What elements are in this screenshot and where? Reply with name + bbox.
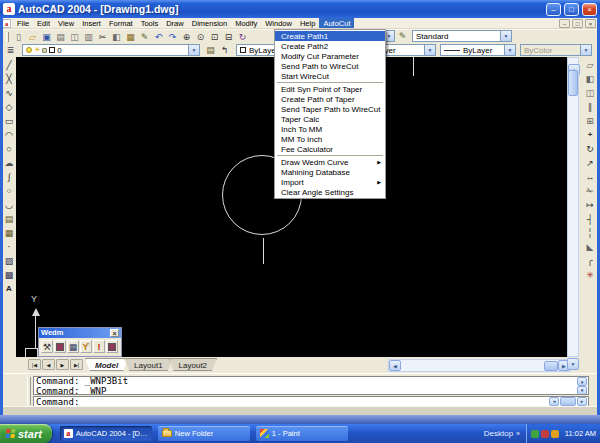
menu-item-edit-syn-point-of-taper[interactable]: Edit Syn Point of Taper bbox=[275, 84, 385, 94]
menu-item-mm-to-inch[interactable]: MM To Inch bbox=[275, 134, 385, 144]
sun-icon[interactable]: ☀ bbox=[34, 46, 40, 54]
menu-item-draw-wedm-curve[interactable]: Draw Wedm Curve▶ bbox=[275, 157, 385, 167]
menu-edit[interactable]: Edit bbox=[33, 18, 54, 28]
toolbar-grip[interactable] bbox=[6, 32, 9, 42]
chamfer-icon[interactable]: ◣ bbox=[584, 240, 597, 253]
copy-object-icon[interactable]: ◧ bbox=[584, 72, 597, 85]
menu-draw[interactable]: Draw bbox=[162, 18, 188, 28]
menu-item-send-path-to-wirecut[interactable]: Send Path to WireCut bbox=[275, 61, 385, 71]
make-layer-current-icon[interactable]: ↰ bbox=[218, 44, 231, 56]
open-icon[interactable]: ▱ bbox=[26, 31, 39, 43]
menu-item-send-taper-path-to-wirecut[interactable]: Send Taper Path to WireCut bbox=[275, 104, 385, 114]
command-history-scrollbar[interactable]: ▲ ▼ bbox=[577, 377, 588, 394]
menu-insert[interactable]: Insert bbox=[78, 18, 105, 28]
zoom-window-icon[interactable]: ⊡ bbox=[208, 31, 221, 43]
bulb-icon[interactable] bbox=[26, 47, 32, 53]
break-icon[interactable]: ╎ bbox=[584, 226, 597, 239]
point-icon[interactable]: · bbox=[3, 240, 16, 253]
menu-item-fee-calculator[interactable]: Fee Calculator bbox=[275, 144, 385, 154]
preview-screen-icon[interactable]: ▦ bbox=[67, 340, 79, 353]
circle-icon[interactable]: ○ bbox=[3, 142, 16, 155]
lineweight-combo[interactable]: ByLayer ▼ bbox=[440, 44, 516, 56]
combo-arrow-icon[interactable]: ▼ bbox=[424, 45, 435, 55]
match-properties-icon[interactable]: ✎ bbox=[138, 31, 151, 43]
menu-item-create-path1[interactable]: Create Path1 bbox=[275, 31, 385, 41]
offset-icon[interactable]: ∥ bbox=[584, 100, 597, 113]
revision-cloud-icon[interactable]: ☁ bbox=[3, 156, 16, 169]
scroll-left-button[interactable]: ◀ bbox=[389, 360, 401, 371]
desktop-toolbar[interactable]: Desktop » bbox=[484, 424, 520, 443]
mdi-minimize-button[interactable]: – bbox=[559, 19, 570, 28]
menu-item-import[interactable]: Import▶ bbox=[275, 177, 385, 187]
array-icon[interactable]: ⊞ bbox=[584, 114, 597, 127]
drawn-line-top[interactable] bbox=[413, 57, 414, 76]
alert-icon[interactable]: ! bbox=[93, 340, 105, 353]
command-scroll-down-button[interactable]: ▼ bbox=[577, 386, 587, 395]
start-button[interactable]: start bbox=[0, 424, 52, 443]
undo-icon[interactable]: ↶ bbox=[152, 31, 165, 43]
command-scroll-right-button[interactable]: ▶ bbox=[577, 397, 587, 406]
insert-block-icon[interactable]: ▤ bbox=[3, 212, 16, 225]
line-icon[interactable]: ╱ bbox=[3, 58, 16, 71]
swatch-2-icon[interactable] bbox=[106, 340, 118, 353]
layer-properties-icon[interactable]: ▤ bbox=[204, 44, 217, 56]
multiline-text-icon[interactable]: A bbox=[3, 282, 16, 295]
combo-arrow-icon[interactable]: ▼ bbox=[504, 45, 515, 55]
arc-icon[interactable]: ◠ bbox=[3, 128, 16, 141]
rotate-icon[interactable]: ↻ bbox=[584, 142, 597, 155]
region-icon[interactable]: ▩ bbox=[3, 268, 16, 281]
make-block-icon[interactable]: ▦ bbox=[3, 226, 16, 239]
ellipse-icon[interactable]: ○ bbox=[3, 186, 16, 195]
taskbar-task-1-paint[interactable]: 1 - Paint bbox=[256, 426, 348, 441]
extend-icon[interactable]: ↦ bbox=[584, 198, 597, 211]
menu-item-clear-angle-settings[interactable]: Clear Angle Settings bbox=[275, 187, 385, 197]
figure-icon[interactable]: ϒ bbox=[80, 340, 92, 353]
drawn-line-bottom[interactable] bbox=[263, 238, 264, 264]
break-at-point-icon[interactable]: ┤ bbox=[584, 212, 597, 225]
menu-item-start-wirecut[interactable]: Start WireCut bbox=[275, 71, 385, 81]
style-combo[interactable]: Standard ▼ bbox=[412, 30, 512, 42]
construction-line-icon[interactable]: ╳ bbox=[3, 72, 16, 85]
move-icon[interactable]: + bbox=[584, 128, 597, 141]
save-icon[interactable]: ▣ bbox=[40, 31, 53, 43]
horizontal-scroll-thumb[interactable] bbox=[544, 361, 558, 371]
zoom-previous-icon[interactable]: ⊟ bbox=[222, 31, 235, 43]
vertical-scrollbar[interactable]: ▲ bbox=[567, 57, 579, 357]
menu-window[interactable]: Window bbox=[261, 18, 296, 28]
taskbar-task-new-folder[interactable]: New Folder bbox=[158, 426, 250, 441]
menu-item-create-path-of-taper[interactable]: Create Path of Taper bbox=[275, 94, 385, 104]
tab-layout2[interactable]: Layout2 bbox=[169, 358, 217, 371]
command-history[interactable]: Command: _WNP3BitCommand: _WNP ▲ ▼ bbox=[33, 376, 589, 395]
scroll-down-button[interactable]: ▼ bbox=[567, 358, 579, 370]
command-scroll-left-button[interactable]: ◀ bbox=[549, 397, 559, 406]
mdi-restore-button[interactable]: □ bbox=[572, 19, 583, 28]
plot-icon[interactable]: ▤ bbox=[54, 31, 67, 43]
tab-prev-button[interactable]: ◀ bbox=[42, 359, 55, 370]
tab-first-button[interactable]: |◀ bbox=[28, 359, 41, 370]
maximize-button[interactable]: □ bbox=[564, 3, 579, 16]
text-style-icon[interactable]: ✎ bbox=[396, 30, 409, 42]
combo-arrow-icon[interactable]: ▼ bbox=[500, 31, 511, 41]
menu-view[interactable]: View bbox=[54, 18, 78, 28]
menu-autocut[interactable]: AutoCut bbox=[319, 18, 354, 28]
tab-last-button[interactable]: ▶| bbox=[70, 359, 83, 370]
rectangle-icon[interactable]: ▭ bbox=[3, 114, 16, 127]
menu-modify[interactable]: Modify bbox=[231, 18, 261, 28]
menu-item-inch-to-mm[interactable]: Inch To MM bbox=[275, 124, 385, 134]
redraw-icon[interactable]: ↻ bbox=[236, 31, 249, 43]
erase-icon[interactable]: ▱ bbox=[584, 58, 597, 71]
tab-layout1[interactable]: Layout1 bbox=[124, 358, 172, 371]
menu-dimension[interactable]: Dimension bbox=[188, 18, 231, 28]
taskbar-task-autocad-2004-dra[interactable]: aAutoCAD 2004 - [Dra... bbox=[60, 426, 152, 441]
stretch-icon[interactable]: ↔ bbox=[584, 170, 597, 183]
menu-format[interactable]: Format bbox=[105, 18, 137, 28]
command-scroll-up-button[interactable]: ▲ bbox=[577, 377, 587, 386]
publish-icon[interactable]: ▥ bbox=[82, 31, 95, 43]
layer-manager-icon[interactable]: ≣ bbox=[4, 44, 17, 56]
menu-file[interactable]: File bbox=[13, 18, 33, 28]
plot-preview-icon[interactable]: ◫ bbox=[68, 31, 81, 43]
menu-item-modify-cut-parameter[interactable]: Modify Cut Parameter bbox=[275, 51, 385, 61]
wedm-close-button[interactable]: × bbox=[110, 329, 119, 337]
command-input-scrollbar[interactable]: ◀ ▶ bbox=[549, 397, 587, 406]
pan-icon[interactable]: ⊕ bbox=[180, 31, 193, 43]
